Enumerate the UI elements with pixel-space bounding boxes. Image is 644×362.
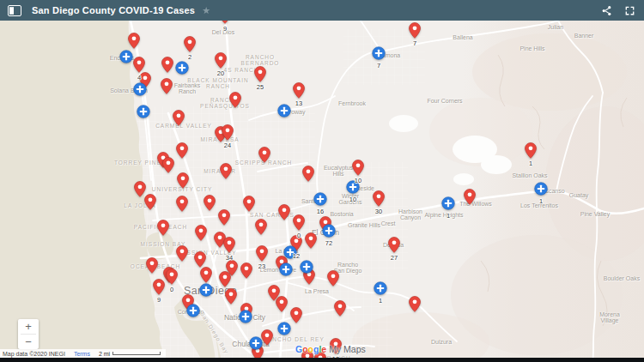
fullscreen-icon[interactable] (624, 5, 635, 16)
blue-medical-marker[interactable] (346, 180, 360, 194)
attribution-bar: Map data ©2020 INEGI Terms 2 mi (0, 349, 166, 358)
red-case-pin[interactable] (222, 124, 234, 141)
red-case-pin[interactable] (243, 196, 255, 212)
blue-medical-marker[interactable] (119, 50, 133, 63)
zoom-out-button[interactable]: − (18, 335, 39, 349)
red-case-pin[interactable] (166, 268, 178, 285)
blue-medical-marker[interactable] (137, 105, 150, 118)
share-icon[interactable] (601, 5, 612, 16)
red-case-pin[interactable] (225, 288, 237, 305)
blue-medical-marker[interactable] (175, 61, 189, 75)
terms-link[interactable]: Terms (74, 351, 90, 357)
red-case-pin[interactable] (334, 300, 346, 317)
scale-bar: 2 mi (99, 351, 161, 357)
blue-medical-marker[interactable] (133, 82, 147, 96)
blue-medical-marker[interactable] (239, 310, 252, 323)
red-case-pin[interactable] (173, 110, 185, 126)
red-case-pin[interactable] (128, 33, 140, 49)
app-window: Del DiosBallenaJulianBannerPine HillsFou… (0, 0, 644, 362)
red-case-pin[interactable] (464, 189, 476, 205)
red-case-pin[interactable] (223, 237, 235, 253)
blue-medical-marker[interactable] (322, 224, 336, 238)
red-case-pin[interactable] (218, 209, 230, 226)
zoom-control: + − (18, 319, 39, 349)
header-bar: San Diego County COVID-19 Cases ★ (0, 0, 644, 21)
scale-label: 2 mi (99, 351, 110, 357)
star-icon[interactable]: ★ (202, 5, 210, 16)
blue-medical-marker[interactable] (374, 281, 387, 295)
blue-medical-marker[interactable] (277, 322, 291, 335)
red-case-pin[interactable] (176, 142, 188, 159)
scale-line (112, 352, 161, 355)
red-case-pin[interactable] (177, 172, 189, 189)
blue-medical-marker[interactable] (283, 245, 297, 259)
red-case-pin[interactable] (133, 57, 145, 73)
red-case-pin[interactable] (194, 251, 206, 268)
red-case-pin[interactable] (305, 232, 317, 249)
red-case-pin[interactable] (220, 163, 232, 179)
red-case-pin[interactable] (290, 307, 302, 323)
red-case-pin[interactable] (195, 225, 207, 241)
blue-medical-marker[interactable] (441, 196, 455, 210)
red-case-pin[interactable] (293, 214, 305, 231)
blue-medical-marker[interactable] (372, 46, 386, 60)
red-case-pin[interactable] (276, 296, 288, 312)
red-case-pin[interactable] (254, 66, 266, 82)
red-case-pin[interactable] (161, 78, 173, 94)
red-case-pin[interactable] (388, 237, 400, 253)
red-case-pin[interactable] (409, 22, 421, 39)
red-case-pin[interactable] (204, 195, 216, 211)
red-case-pin[interactable] (525, 142, 537, 159)
blue-medical-marker[interactable] (199, 283, 213, 297)
red-case-pin[interactable] (240, 262, 252, 279)
map-title: San Diego County COVID-19 Cases (32, 5, 195, 15)
red-case-pin[interactable] (162, 157, 174, 173)
red-case-pin[interactable] (302, 166, 314, 182)
red-case-pin[interactable] (278, 204, 290, 220)
red-case-pin[interactable] (293, 82, 305, 99)
red-case-pin[interactable] (153, 279, 165, 295)
red-case-pin[interactable] (219, 271, 231, 287)
blue-medical-marker[interactable] (313, 192, 327, 206)
blue-medical-marker[interactable] (279, 262, 293, 276)
red-case-pin[interactable] (157, 220, 169, 236)
blue-medical-marker[interactable] (300, 260, 313, 274)
red-case-pin[interactable] (229, 92, 241, 108)
blue-medical-marker[interactable] (186, 304, 200, 317)
blue-medical-marker[interactable] (249, 336, 263, 350)
red-case-pin[interactable] (176, 196, 188, 212)
blue-medical-marker[interactable] (534, 182, 548, 196)
red-case-pin[interactable] (330, 338, 342, 354)
zoom-in-button[interactable]: + (18, 319, 39, 334)
red-case-pin[interactable] (256, 245, 268, 262)
red-case-pin[interactable] (258, 147, 270, 163)
side-panel-toggle-icon[interactable] (8, 5, 21, 16)
red-case-pin[interactable] (409, 296, 421, 312)
map-canvas[interactable]: Del DiosBallenaJulianBannerPine HillsFou… (0, 21, 644, 358)
red-case-pin[interactable] (373, 190, 385, 207)
red-case-pin[interactable] (176, 245, 188, 262)
red-case-pin[interactable] (255, 219, 267, 235)
red-case-pin[interactable] (327, 270, 339, 287)
red-case-pin[interactable] (352, 160, 364, 176)
red-case-pin[interactable] (184, 36, 196, 52)
red-case-pin[interactable] (161, 57, 173, 73)
bottom-black-strip (0, 358, 644, 362)
red-case-pin[interactable] (146, 257, 158, 274)
red-case-pin[interactable] (200, 267, 212, 283)
red-case-pin[interactable] (215, 52, 227, 69)
blue-medical-marker[interactable] (277, 104, 291, 118)
red-case-pin[interactable] (144, 194, 156, 210)
red-case-pin[interactable] (261, 329, 273, 346)
map-data-credit: Map data ©2020 INEGI (3, 351, 65, 357)
